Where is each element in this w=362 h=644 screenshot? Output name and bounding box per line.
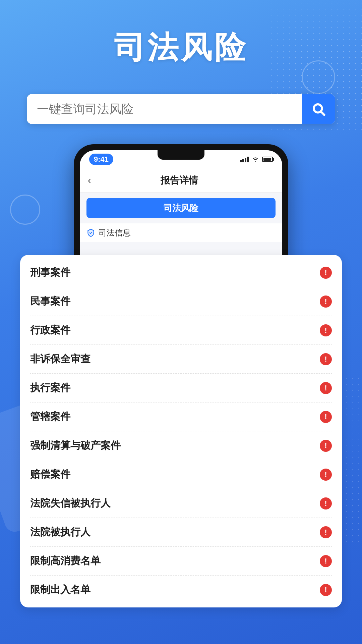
alert-icon: ! <box>320 411 332 423</box>
search-bar <box>27 94 335 124</box>
signal-bar-2 <box>242 159 244 162</box>
list-item[interactable]: 强制清算与破产案件! <box>30 431 332 460</box>
report-tab[interactable]: 司法风险 <box>86 198 276 218</box>
battery-icon <box>262 157 273 162</box>
status-time: 9:41 <box>89 154 113 165</box>
search-button[interactable] <box>302 94 335 124</box>
page-title: 司法风险 <box>0 27 362 68</box>
alert-icon: ! <box>320 584 332 596</box>
list-item[interactable]: 法院被执行人! <box>30 518 332 547</box>
list-item[interactable]: 限制出入名单! <box>30 576 332 604</box>
signal-bars <box>240 156 249 162</box>
signal-bar-4 <box>247 157 249 162</box>
title-section: 司法风险 <box>0 27 362 68</box>
list-item[interactable]: 行政案件! <box>30 316 332 345</box>
list-item[interactable]: 民事案件! <box>30 287 332 316</box>
list-item-label: 赔偿案件 <box>30 468 70 481</box>
list-item[interactable]: 法院失信被执行人! <box>30 489 332 518</box>
status-icons <box>240 156 273 162</box>
alert-icon: ! <box>320 526 332 538</box>
alert-icon: ! <box>320 324 332 336</box>
search-input[interactable] <box>27 94 302 124</box>
list-item-label: 管辖案件 <box>30 410 70 424</box>
list-item-label: 刑事案件 <box>30 266 70 279</box>
alert-icon: ! <box>320 469 332 481</box>
wifi-icon <box>251 156 259 162</box>
signal-bar-3 <box>245 158 246 162</box>
deco-circle-3 <box>10 195 40 225</box>
judicial-header-text: 司法信息 <box>99 227 131 238</box>
list-item[interactable]: 执行案件! <box>30 374 332 402</box>
list-item[interactable]: 管辖案件! <box>30 402 332 431</box>
alert-icon: ! <box>320 497 332 509</box>
list-item[interactable]: 刑事案件! <box>30 258 332 287</box>
list-item-label: 民事案件 <box>30 294 70 308</box>
list-item[interactable]: 限制高消费名单! <box>30 547 332 576</box>
list-item-label: 非诉保全审查 <box>30 352 90 366</box>
alert-icon: ! <box>320 555 332 567</box>
list-item-label: 强制清算与破产案件 <box>30 439 121 452</box>
search-icon <box>311 102 325 116</box>
list-item-label: 限制高消费名单 <box>30 554 101 568</box>
nav-bar: ‹ 报告详情 <box>80 168 282 193</box>
svg-line-1 <box>321 112 324 115</box>
judicial-header: 司法信息 <box>80 223 282 242</box>
alert-icon: ! <box>320 440 332 452</box>
alert-icon: ! <box>320 382 332 394</box>
alert-icon: ! <box>320 296 332 308</box>
search-section <box>27 94 335 124</box>
alert-icon: ! <box>320 267 332 279</box>
alert-icon: ! <box>320 353 332 365</box>
nav-title: 报告详情 <box>98 174 261 187</box>
list-item-label: 法院被执行人 <box>30 525 90 539</box>
list-item[interactable]: 赔偿案件! <box>30 460 332 489</box>
list-item[interactable]: 非诉保全审查! <box>30 345 332 374</box>
list-item-label: 限制出入名单 <box>30 583 90 597</box>
list-item-label: 法院失信被执行人 <box>30 496 111 510</box>
judicial-list: 刑事案件!民事案件!行政案件!非诉保全审查!执行案件!管辖案件!强制清算与破产案… <box>20 255 342 607</box>
shield-icon <box>86 228 95 237</box>
signal-bar-1 <box>240 160 242 162</box>
back-button[interactable]: ‹ <box>88 175 91 186</box>
battery-fill <box>263 158 271 161</box>
list-item-label: 执行案件 <box>30 381 70 395</box>
report-tab-label: 司法风险 <box>164 202 198 214</box>
list-item-label: 行政案件 <box>30 323 70 337</box>
